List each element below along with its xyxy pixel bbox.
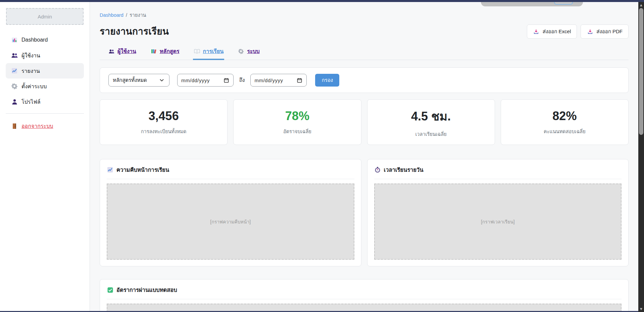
- download-icon: [587, 28, 593, 35]
- gear-icon: [238, 48, 244, 55]
- course-filter-select[interactable]: หลักสูตรทั้งหมด: [108, 74, 169, 87]
- calendar-icon: [223, 77, 230, 84]
- open-book-icon: [194, 48, 200, 55]
- tab-learning[interactable]: การเรียน: [193, 47, 225, 60]
- stat-label: อัตราจบเฉลี่ย: [283, 127, 311, 135]
- brand-placeholder: Admin: [6, 8, 84, 25]
- sidebar-item-label: ผู้ใช้งาน: [21, 51, 40, 60]
- report-tabs: ผู้ใช้งาน หลักสูตร การเรียน ระบบ: [100, 47, 629, 60]
- sidebar-item-label: Dashboard: [21, 37, 48, 43]
- sidebar-item-profile[interactable]: โปรไฟล์: [6, 94, 84, 109]
- scroll-down-arrow[interactable]: ▼: [638, 307, 644, 311]
- stat-value: 82%: [552, 109, 577, 123]
- export-excel-button[interactable]: ส่งออก Excel: [527, 24, 577, 39]
- breadcrumb-dashboard-link[interactable]: Dashboard: [100, 12, 123, 18]
- sidebar-item-label: โปรไฟล์: [21, 98, 41, 106]
- sidebar-nav: Dashboard ผู้ใช้งาน รายงาน ตั้งค่าระบบ โ…: [0, 32, 90, 109]
- export-excel-label: ส่งออก Excel: [543, 28, 571, 36]
- stopwatch-icon: [374, 166, 381, 173]
- date-to-value: mm/dd/yyyy: [254, 77, 283, 83]
- stat-card-avg-study-time: 4.5 ชม. เวลาเรียนเฉลี่ย: [367, 99, 495, 145]
- browser-popup-remnant: [481, 2, 583, 6]
- tab-courses[interactable]: หลักสูตร: [150, 47, 180, 60]
- vertical-scrollbar[interactable]: ▲ ▼: [638, 2, 644, 312]
- charts-row: ความคืบหน้าการเรียน [กราฟความคืบหน้า] เว…: [100, 159, 629, 266]
- users-icon: [11, 52, 18, 59]
- chart-increasing-icon: [107, 166, 113, 173]
- stat-card-avg-test-score: 82% คะแนนทดสอบเฉลี่ย: [501, 99, 629, 145]
- stat-label: คะแนนทดสอบเฉลี่ย: [544, 127, 586, 135]
- calendar-icon: [296, 77, 303, 84]
- stat-label: เวลาเรียนเฉลี่ย: [415, 130, 447, 138]
- chevron-down-icon: [158, 77, 165, 84]
- stat-value: 4.5 ชม.: [411, 107, 451, 126]
- breadcrumb-current: รายงาน: [130, 12, 146, 18]
- scrollbar-thumb[interactable]: [639, 8, 643, 135]
- study-time-chart-placeholder: [กราฟเวลาเรียน]: [374, 184, 622, 260]
- filter-button[interactable]: กรอง: [315, 74, 339, 87]
- scroll-up-arrow[interactable]: ▲: [638, 3, 644, 7]
- sidebar-item-label: รายงาน: [21, 67, 40, 75]
- sidebar-item-users[interactable]: ผู้ใช้งาน: [6, 48, 84, 63]
- books-icon: [150, 48, 157, 55]
- gear-icon: [11, 83, 18, 90]
- date-to-input[interactable]: mm/dd/yyyy: [250, 74, 307, 87]
- tab-users[interactable]: ผู้ใช้งาน: [107, 47, 137, 60]
- date-range-to-label: ถึง: [239, 76, 245, 84]
- panel-title: ความคืบหน้าการเรียน: [116, 165, 169, 174]
- course-filter-value: หลักสูตรทั้งหมด: [113, 76, 147, 84]
- sidebar-item-dashboard[interactable]: Dashboard: [6, 32, 84, 48]
- export-pdf-button[interactable]: ส่งออก PDF: [581, 24, 629, 39]
- stats-row: 3,456 การลงทะเบียนทั้งหมด 78% อัตราจบเฉล…: [100, 99, 629, 145]
- page-title: รายงานการเรียน: [100, 24, 169, 39]
- export-buttons: ส่งออก Excel ส่งออก PDF: [527, 24, 629, 39]
- panel-title: เวลาเรียนรายวัน: [384, 165, 424, 174]
- logout-label: ออกจากระบบ: [21, 122, 53, 130]
- breadcrumb: Dashboard/รายงาน: [100, 11, 629, 19]
- users-icon: [108, 48, 115, 55]
- daily-study-time-panel: เวลาเรียนรายวัน [กราฟเวลาเรียน]: [367, 159, 629, 266]
- tab-label: ผู้ใช้งาน: [117, 47, 136, 55]
- date-from-input[interactable]: mm/dd/yyyy: [177, 74, 234, 87]
- progress-chart-placeholder: [กราฟความคืบหน้า]: [107, 184, 354, 260]
- popup-button[interactable]: [554, 2, 573, 5]
- sidebar-item-settings[interactable]: ตั้งค่าระบบ: [6, 79, 84, 94]
- stat-card-total-enrollments: 3,456 การลงทะเบียนทั้งหมด: [100, 99, 228, 145]
- breadcrumb-separator: /: [126, 12, 127, 18]
- window-top-edge: [0, 0, 644, 2]
- learning-progress-panel: ความคืบหน้าการเรียน [กราฟความคืบหน้า]: [100, 159, 361, 266]
- export-pdf-label: ส่งออก PDF: [596, 28, 623, 36]
- bar-chart-icon: [11, 37, 18, 43]
- date-from-value: mm/dd/yyyy: [181, 77, 210, 83]
- tab-label: การเรียน: [203, 47, 224, 55]
- quiz-pass-rate-panel: อัตราการผ่านแบบทดสอบ: [100, 279, 629, 312]
- logout-link[interactable]: ออกจากระบบ: [6, 122, 84, 130]
- person-icon: [11, 98, 18, 105]
- tab-system[interactable]: ระบบ: [237, 47, 260, 60]
- download-icon: [533, 28, 540, 35]
- check-mark-icon: [107, 287, 113, 293]
- stat-label: การลงทะเบียนทั้งหมด: [141, 127, 187, 135]
- panel-divider: [107, 179, 354, 179]
- main-content: Dashboard/รายงาน รายงานการเรียน ส่งออก E…: [90, 2, 638, 312]
- sidebar-divider: [6, 113, 84, 114]
- door-icon: [11, 123, 18, 129]
- stat-value: 78%: [285, 109, 309, 123]
- filter-bar: หลักสูตรทั้งหมด mm/dd/yyyy ถึง mm/dd/yyy…: [100, 67, 629, 93]
- sidebar-item-label: ตั้งค่าระบบ: [21, 82, 47, 91]
- panel-divider: [107, 299, 622, 299]
- tab-label: หลักสูตร: [160, 47, 180, 55]
- tab-label: ระบบ: [247, 47, 260, 55]
- sidebar-item-reports[interactable]: รายงาน: [6, 63, 84, 79]
- stat-value: 3,456: [149, 109, 179, 123]
- chart-increasing-icon: [11, 67, 18, 74]
- panel-title: อัตราการผ่านแบบทดสอบ: [116, 285, 177, 294]
- sidebar: Admin Dashboard ผู้ใช้งาน รายงาน ตั้งค่า…: [0, 2, 90, 312]
- stat-card-avg-completion-rate: 78% อัตราจบเฉลี่ย: [233, 99, 361, 145]
- panel-divider: [374, 179, 622, 179]
